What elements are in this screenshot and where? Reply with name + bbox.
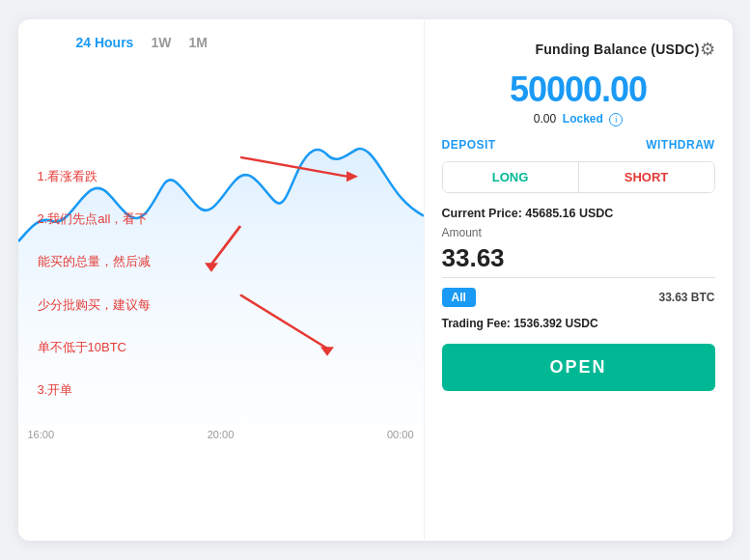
annotation-text: 1.看涨看跌 2.我们先点all，看下 能买的总量，然后减 少分批购买，建议每 …	[38, 145, 151, 401]
panel-header: Funding Balance (USDC) ⚙	[442, 39, 715, 60]
short-tab[interactable]: SHORT	[579, 162, 714, 192]
deposit-button[interactable]: DEPOSIT	[442, 138, 496, 152]
x-label-3: 00:00	[387, 429, 414, 440]
locked-value: 0.00	[534, 112, 556, 126]
all-btn-row: All 33.63 BTC	[442, 288, 715, 307]
open-button[interactable]: OPEN	[442, 344, 715, 391]
balance-amount: 50000.00	[442, 70, 715, 110]
chart-area: 24 Hours 1W 1M 1.看涨看跌 2.我们先点all，看下 能买的总量…	[18, 19, 424, 541]
long-tab[interactable]: LONG	[443, 162, 579, 192]
long-short-tabs: LONG SHORT	[442, 161, 715, 193]
x-label-2: 20:00	[208, 429, 235, 440]
amount-input-row: BTC	[442, 243, 715, 278]
panel-title: Funding Balance (USDC)	[535, 42, 699, 57]
trading-fee-value: 1536.392 USDC	[514, 317, 597, 330]
current-price-value: 45685.16 USDC	[525, 207, 613, 220]
amount-label: Amount	[442, 226, 715, 239]
locked-label: Locked	[563, 112, 603, 126]
tab-1m[interactable]: 1M	[188, 35, 207, 50]
current-price-label: Current Price:	[442, 207, 522, 220]
main-card: 24 Hours 1W 1M 1.看涨看跌 2.我们先点all，看下 能买的总量…	[18, 19, 733, 541]
locked-row: 0.00 Locked i	[442, 112, 715, 126]
amount-input[interactable]	[442, 243, 733, 273]
deposit-withdraw-row: DEPOSIT WITHDRAW	[442, 138, 715, 152]
tab-24h[interactable]: 24 Hours	[76, 35, 134, 50]
trading-fee-label: Trading Fee:	[442, 317, 511, 330]
current-price-row: Current Price: 45685.16 USDC	[442, 207, 715, 220]
trading-panel: Funding Balance (USDC) ⚙ 50000.00 0.00 L…	[424, 19, 733, 541]
time-tabs-row: 24 Hours 1W 1M	[18, 35, 424, 58]
trading-fee-row: Trading Fee: 1536.392 USDC	[442, 317, 715, 330]
x-label-1: 16:00	[28, 429, 55, 440]
btc-amount-value: 33.63 BTC	[658, 291, 714, 304]
gear-icon[interactable]: ⚙	[700, 39, 715, 60]
withdraw-button[interactable]: WITHDRAW	[646, 138, 714, 152]
all-button[interactable]: All	[442, 288, 476, 307]
tab-1w[interactable]: 1W	[151, 35, 171, 50]
x-axis: 16:00 20:00 00:00	[18, 425, 424, 440]
locked-info-icon[interactable]: i	[609, 113, 623, 126]
